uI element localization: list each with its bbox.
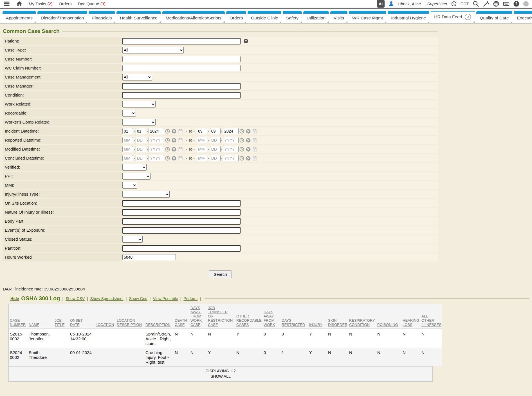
tab-financials[interactable]: Financials [89, 11, 115, 23]
incident-to-month-input[interactable] [197, 128, 207, 134]
calendar-picker-icon[interactable] [252, 156, 257, 161]
clear-date-icon[interactable] [171, 147, 177, 152]
condition-input[interactable] [122, 92, 241, 99]
reported-from-year-input[interactable] [149, 137, 164, 143]
tab-wr-case-mgmt[interactable]: WR Case Mgmt [349, 11, 386, 23]
closed-status-select[interactable] [122, 236, 143, 243]
time-picker-icon[interactable] [239, 147, 244, 152]
clear-date-icon[interactable] [246, 147, 251, 152]
modified-to-year-input[interactable] [223, 146, 239, 152]
tab-industrial-hygiene[interactable]: Industrial Hygiene [388, 11, 429, 23]
tab-hr-data-feed[interactable]: HR Data Feed [431, 11, 475, 23]
tab-dictation-transcription[interactable]: Dictation/Transcription [37, 11, 87, 23]
column-header[interactable]: DAYS AWAY FROM WORK CASE [189, 304, 207, 329]
case-number-input[interactable] [122, 56, 241, 62]
column-header[interactable]: OTHER RECORDABLE CASES [235, 304, 262, 329]
calendar-picker-icon[interactable] [178, 138, 183, 143]
case-type-select[interactable]: All [122, 47, 184, 53]
column-header[interactable]: INJURY [308, 304, 327, 329]
modified-to-month-input[interactable] [197, 146, 207, 152]
time-picker-icon[interactable] [165, 147, 170, 152]
column-header[interactable]: POISONING [376, 304, 401, 329]
clear-date-icon[interactable] [246, 156, 251, 161]
view-printable-link[interactable]: View Printable [153, 296, 178, 301]
wc-claim-number-input[interactable] [122, 65, 241, 71]
reported-to-day-input[interactable] [210, 137, 221, 143]
time-picker-icon[interactable] [239, 129, 244, 134]
column-header[interactable]: LOCATION [95, 304, 116, 329]
perform-link[interactable]: Perform [183, 296, 197, 301]
magic-wand-icon[interactable] [483, 1, 489, 7]
reported-from-day-input[interactable] [136, 137, 146, 143]
keyboard-icon[interactable] [503, 1, 509, 7]
events-of-exposure-input[interactable] [122, 227, 241, 234]
modified-from-year-input[interactable] [149, 146, 164, 152]
nature-of-injury-input[interactable] [122, 209, 241, 216]
concluded-to-day-input[interactable] [210, 155, 221, 161]
body-part-input[interactable] [122, 218, 241, 225]
column-header[interactable]: JOB TITLE [53, 304, 69, 329]
concluded-from-year-input[interactable] [149, 155, 164, 161]
show-spreadsheet-link[interactable]: Show Spreadsheet [90, 296, 124, 301]
column-header[interactable]: DAYS AWAY FROM WORK [262, 304, 280, 329]
patient-input[interactable] [122, 38, 241, 44]
home-icon[interactable] [16, 1, 23, 7]
clear-date-icon[interactable] [246, 138, 251, 143]
reported-to-year-input[interactable] [223, 137, 239, 143]
tab-appointments[interactable]: Appointments [3, 11, 36, 23]
incident-from-day-input[interactable] [136, 128, 146, 134]
calendar-picker-icon[interactable] [252, 129, 257, 134]
calendar-picker-icon[interactable] [178, 147, 183, 152]
column-header[interactable]: LOCATION DESCRIPTION [116, 304, 144, 329]
column-header[interactable]: CASE NUMBER [9, 304, 28, 329]
column-header[interactable]: DAYS RESTRICTED [280, 304, 308, 329]
concluded-from-day-input[interactable] [136, 155, 146, 161]
column-header[interactable]: HEARING LOSS [401, 304, 420, 329]
column-header[interactable]: ONSET DATE [69, 304, 95, 329]
ppi-select[interactable] [122, 173, 151, 180]
partition-input[interactable] [122, 245, 241, 252]
tab-visits[interactable]: Visits [330, 11, 347, 23]
case-management-select[interactable]: All [122, 74, 152, 80]
tab-quality-of-care[interactable]: Quality of Care [476, 11, 512, 23]
globe-icon[interactable] [493, 1, 499, 7]
clear-date-icon[interactable] [246, 129, 251, 134]
search-button[interactable]: Search [209, 270, 232, 278]
calendar-picker-icon[interactable] [178, 156, 183, 161]
modified-to-day-input[interactable] [210, 146, 221, 152]
calendar-picker-icon[interactable] [252, 138, 257, 143]
column-header[interactable]: SKIN DISORDER [327, 304, 348, 329]
external-link-icon[interactable] [464, 13, 472, 21]
calendar-picker-icon[interactable] [252, 147, 257, 152]
tab-orders[interactable]: Orders [226, 11, 246, 23]
calendar-picker-icon[interactable] [178, 129, 183, 134]
column-header[interactable]: RESPIRATORY CONDITION [348, 304, 376, 329]
verified-select[interactable] [122, 164, 147, 171]
recordable-select[interactable] [122, 110, 136, 117]
injury-illness-type-select[interactable] [122, 191, 170, 198]
concluded-from-month-input[interactable] [122, 155, 133, 161]
show-all-link[interactable]: SHOW ALL [210, 374, 231, 379]
hours-worked-input[interactable] [122, 254, 176, 260]
ai-badge[interactable]: AI [377, 0, 385, 8]
tab-executive[interactable]: Executive [514, 11, 532, 23]
incident-to-day-input[interactable] [210, 128, 221, 134]
incident-to-year-input[interactable] [223, 128, 239, 134]
tab-health-surveillance[interactable]: Health Surveillance [116, 11, 161, 23]
case-manager-input[interactable] [122, 83, 241, 90]
column-header[interactable]: ALL OTHER ILLNESSES [420, 304, 442, 329]
work-related-select[interactable] [122, 101, 156, 108]
help-icon[interactable] [513, 1, 520, 7]
workers-comp-related-select[interactable] [122, 119, 156, 126]
column-header[interactable]: JOB TRANSFER OR RESTRICTION CASE [207, 304, 235, 329]
reported-to-month-input[interactable] [197, 137, 207, 143]
time-picker-icon[interactable] [165, 129, 170, 134]
tab-medications-allergies-scripts[interactable]: Medications/Allergies/Scripts [162, 11, 225, 23]
column-header[interactable]: DEATH CASE [174, 304, 189, 329]
hide-link[interactable]: Hide [10, 296, 19, 301]
search-icon[interactable] [473, 1, 479, 7]
tab-outside-clinic[interactable]: Outside Clinic [248, 11, 281, 23]
tab-safety[interactable]: Safety [283, 11, 302, 23]
modified-from-month-input[interactable] [122, 146, 133, 152]
incident-from-month-input[interactable] [122, 128, 133, 134]
